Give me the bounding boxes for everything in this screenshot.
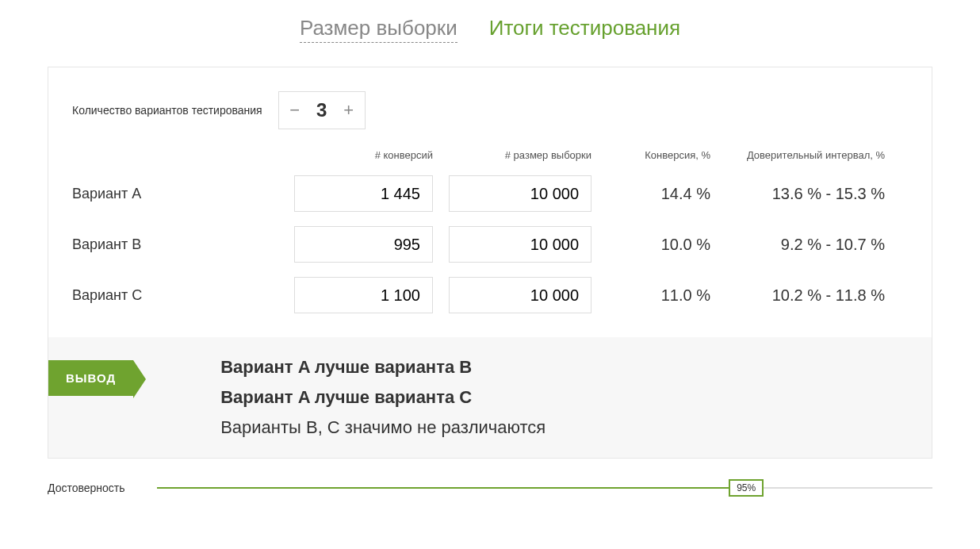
conclusion-block: ВЫВОД Вариант A лучше варианта B Вариант… bbox=[48, 337, 932, 458]
conversions-input[interactable] bbox=[294, 226, 433, 263]
plus-icon[interactable]: + bbox=[341, 100, 357, 121]
tab-results[interactable]: Итоги тестирования bbox=[489, 16, 680, 43]
tab-sample-size[interactable]: Размер выборки bbox=[300, 16, 457, 43]
sample-input[interactable] bbox=[449, 175, 591, 212]
row-label: Вариант B bbox=[72, 236, 278, 253]
conversion-pct-value: 10.0 % bbox=[607, 236, 710, 254]
conclusion-badge: ВЫВОД bbox=[48, 360, 133, 396]
confidence-interval-value: 10.2 % - 11.8 % bbox=[726, 286, 885, 305]
variants-grid: # конверсий # размер выборки Конверсия, … bbox=[72, 149, 908, 313]
confidence-label: Достоверность bbox=[48, 482, 125, 494]
results-panel: Количество вариантов тестирования − 3 + … bbox=[48, 67, 932, 459]
slider-thumb[interactable]: 95% bbox=[729, 479, 764, 497]
sample-input[interactable] bbox=[449, 277, 591, 313]
conclusion-line: Варианты B, C значимо не различаются bbox=[220, 417, 546, 438]
confidence-interval-value: 9.2 % - 10.7 % bbox=[726, 236, 885, 254]
header-sample-size: # размер выборки bbox=[449, 149, 591, 161]
conclusion-line: Вариант A лучше варианта B bbox=[220, 357, 546, 378]
header-conversion-pct: Конверсия, % bbox=[607, 149, 710, 161]
conversions-input[interactable] bbox=[294, 277, 433, 313]
variant-count-value: 3 bbox=[316, 99, 327, 121]
confidence-interval-value: 13.6 % - 15.3 % bbox=[726, 185, 885, 203]
minus-icon[interactable]: − bbox=[287, 100, 303, 121]
slider-fill bbox=[157, 487, 747, 489]
confidence-row: Достоверность 95% bbox=[48, 478, 932, 497]
conclusion-line: Вариант A лучше варианта C bbox=[220, 387, 546, 408]
variant-count-label: Количество вариантов тестирования bbox=[72, 104, 262, 117]
conversions-input[interactable] bbox=[294, 175, 433, 212]
variant-count-stepper[interactable]: − 3 + bbox=[278, 91, 366, 129]
row-label: Вариант C bbox=[72, 287, 278, 304]
confidence-slider[interactable]: 95% bbox=[157, 478, 932, 497]
row-label: Вариант A bbox=[72, 186, 278, 202]
header-confidence-interval: Доверительный интервал, % bbox=[726, 149, 885, 161]
conclusion-text: Вариант A лучше варианта B Вариант A луч… bbox=[220, 357, 546, 438]
header-conversions: # конверсий bbox=[294, 149, 433, 161]
sample-input[interactable] bbox=[449, 226, 591, 263]
tabs-bar: Размер выборки Итоги тестирования bbox=[48, 16, 932, 43]
conversion-pct-value: 14.4 % bbox=[607, 185, 710, 203]
conversion-pct-value: 11.0 % bbox=[607, 286, 710, 305]
variant-count-row: Количество вариантов тестирования − 3 + bbox=[72, 91, 908, 129]
